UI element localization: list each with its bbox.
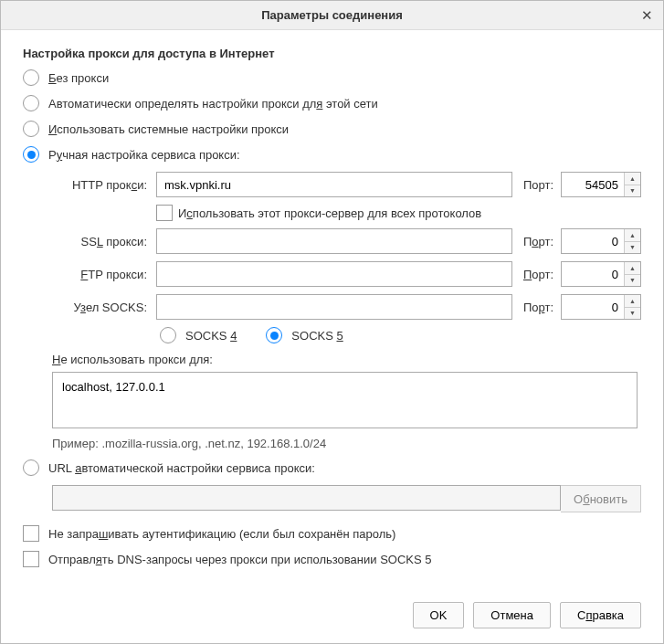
label-socks5[interactable]: SOCKS 5 bbox=[291, 329, 343, 343]
socks-port-input[interactable] bbox=[562, 295, 624, 319]
ssl-port-spinner[interactable]: ▲▼ bbox=[624, 229, 640, 253]
connection-settings-dialog: Параметры соединения ✕ Настройка прокси … bbox=[0, 0, 664, 644]
dialog-title: Параметры соединения bbox=[261, 8, 403, 22]
spin-down-icon[interactable]: ▼ bbox=[625, 242, 640, 254]
checkbox-dns-socks5[interactable] bbox=[23, 551, 39, 567]
socks-port-spinner[interactable]: ▲▼ bbox=[624, 295, 640, 319]
spin-down-icon[interactable]: ▼ bbox=[625, 275, 640, 287]
radio-no-proxy[interactable] bbox=[23, 69, 39, 86]
dialog-content: Настройка прокси для доступа в Интернет … bbox=[1, 30, 663, 591]
ssl-proxy-label: SSL прокси: bbox=[52, 235, 151, 248]
http-port-spinner[interactable]: ▲▼ bbox=[624, 173, 640, 196]
manual-proxy-panel: HTTP прокси: Порт: ▲▼ Использовать этот … bbox=[52, 172, 641, 320]
cancel-button[interactable]: Отмена bbox=[473, 602, 551, 628]
checkbox-no-auth-prompt[interactable] bbox=[23, 525, 39, 542]
titlebar: Параметры соединения ✕ bbox=[1, 1, 663, 30]
http-port-wrap: ▲▼ bbox=[561, 172, 641, 197]
label-use-for-all[interactable]: Использовать этот прокси-сервер для всех… bbox=[178, 206, 481, 220]
radio-socks5[interactable] bbox=[266, 327, 282, 343]
reload-button: Обновить bbox=[561, 485, 641, 512]
label-dns-socks5[interactable]: Отправлять DNS-запросы через прокси при … bbox=[48, 553, 431, 566]
label-no-auth-prompt[interactable]: Не запрашивать аутентификацию (если был … bbox=[48, 527, 395, 541]
socks-port-wrap: ▲▼ bbox=[561, 294, 641, 320]
http-port-input[interactable] bbox=[562, 173, 624, 196]
noproxy-for-label: Не использовать прокси для: bbox=[52, 353, 641, 366]
noproxy-example: Пример: .mozilla-russia.org, .net.nz, 19… bbox=[52, 437, 641, 450]
ok-button[interactable]: OK bbox=[413, 602, 465, 628]
radio-auto-detect[interactable] bbox=[23, 95, 39, 111]
dialog-footer: OK Отмена Справка bbox=[1, 591, 663, 643]
spin-down-icon[interactable]: ▼ bbox=[625, 308, 640, 320]
label-auto-detect[interactable]: Автоматически определять настройки прокс… bbox=[48, 97, 378, 111]
pac-url-input bbox=[52, 485, 561, 511]
label-no-proxy[interactable]: Без прокси bbox=[48, 71, 109, 85]
label-system-proxy[interactable]: Использовать системные настройки прокси bbox=[48, 122, 289, 136]
radio-socks4[interactable] bbox=[160, 327, 176, 343]
section-heading: Настройка прокси для доступа в Интернет bbox=[23, 47, 641, 60]
ftp-port-label: Порт: bbox=[518, 268, 555, 281]
http-proxy-input[interactable] bbox=[156, 172, 512, 197]
spin-up-icon[interactable]: ▲ bbox=[625, 295, 640, 308]
spin-up-icon[interactable]: ▲ bbox=[625, 262, 640, 275]
http-proxy-label: HTTP прокси: bbox=[52, 178, 151, 192]
spin-up-icon[interactable]: ▲ bbox=[625, 173, 640, 185]
radio-system-proxy[interactable] bbox=[23, 121, 39, 137]
label-pac-url[interactable]: URL автоматической настройки сервиса про… bbox=[48, 461, 315, 475]
label-socks4[interactable]: SOCKS 4 bbox=[185, 329, 237, 343]
ftp-port-wrap: ▲▼ bbox=[561, 261, 641, 287]
radio-manual-proxy[interactable] bbox=[23, 146, 39, 163]
close-icon[interactable]: ✕ bbox=[638, 6, 656, 25]
socks-port-label: Порт: bbox=[518, 301, 555, 314]
checkbox-use-for-all[interactable] bbox=[156, 205, 173, 221]
socks-host-label: Узел SOCKS: bbox=[52, 301, 151, 314]
spin-down-icon[interactable]: ▼ bbox=[625, 185, 640, 197]
http-port-label: Порт: bbox=[518, 178, 555, 192]
ftp-proxy-input[interactable] bbox=[156, 261, 512, 287]
radio-pac-url[interactable] bbox=[23, 459, 39, 476]
noproxy-textarea[interactable]: localhost, 127.0.0.1 bbox=[52, 372, 638, 428]
spin-up-icon[interactable]: ▲ bbox=[625, 229, 640, 242]
ssl-proxy-input[interactable] bbox=[156, 228, 512, 254]
ftp-port-spinner[interactable]: ▲▼ bbox=[624, 262, 640, 286]
ssl-port-label: Порт: bbox=[518, 235, 555, 248]
help-button[interactable]: Справка bbox=[560, 602, 641, 628]
ssl-port-input[interactable] bbox=[562, 229, 624, 253]
ftp-proxy-label: FTP прокси: bbox=[52, 268, 151, 281]
label-manual-proxy[interactable]: Ручная настройка сервиса прокси: bbox=[48, 148, 240, 162]
socks-host-input[interactable] bbox=[156, 294, 512, 320]
ftp-port-input[interactable] bbox=[562, 262, 624, 286]
ssl-port-wrap: ▲▼ bbox=[561, 228, 641, 254]
